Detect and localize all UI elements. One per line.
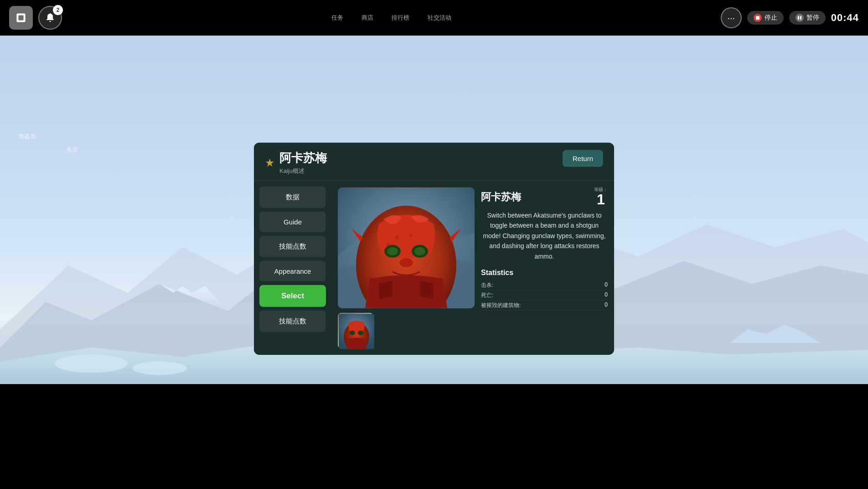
nav-item-leaderboard[interactable]: 排行榜 <box>392 14 409 22</box>
sidebar-item-select[interactable]: Select <box>259 285 326 307</box>
kaiju-name-row: 阿卡苏梅 等级： 1 <box>481 187 608 207</box>
stat-row-deaths: 死亡: 0 <box>481 291 608 301</box>
pause-button[interactable]: 暂停 <box>789 11 826 25</box>
modal-sidebar: 数据 Guide 技能点数 Appearance Select 技能点数 <box>254 181 331 355</box>
stop-icon <box>754 14 762 22</box>
nav-item-shop[interactable]: 商店 <box>362 14 373 22</box>
kaiju-thumb-svg <box>339 314 374 349</box>
svg-point-13 <box>409 234 412 237</box>
stat-value-kills: 0 <box>604 281 608 289</box>
modal-title-group: 阿卡苏梅 Kaiju概述 <box>279 150 327 175</box>
modal-title-area: ★ 阿卡苏梅 Kaiju概述 <box>265 150 327 175</box>
image-section <box>338 187 475 349</box>
svg-point-11 <box>399 258 413 267</box>
kaiju-face-svg <box>338 187 475 308</box>
game-timer: 00:44 <box>831 12 859 24</box>
svg-point-0 <box>55 354 128 373</box>
notification-badge: 2 <box>53 5 63 15</box>
stop-label: 停止 <box>765 14 777 22</box>
modal-subtitle: Kaiju概述 <box>279 167 327 175</box>
svg-point-1 <box>132 361 187 375</box>
stop-icon-square <box>756 16 760 20</box>
modal-body: 数据 Guide 技能点数 Appearance Select 技能点数 <box>254 181 614 355</box>
kaiju-description: Switch between Akatsume's gunclaws to to… <box>481 210 608 261</box>
sidebar-item-skill-points-2[interactable]: 技能点数 <box>259 311 326 332</box>
roblox-icon-button[interactable] <box>9 6 33 30</box>
svg-point-9 <box>387 247 398 255</box>
svg-point-12 <box>395 236 399 239</box>
stat-label-buildings: 被摧毁的建筑物: <box>481 302 521 309</box>
stop-button[interactable]: 停止 <box>747 11 784 25</box>
bottom-black-bar <box>0 384 868 489</box>
pause-bar-left <box>798 16 799 20</box>
stat-value-buildings: 0 <box>604 302 608 309</box>
nav-item-events[interactable]: 社交活动 <box>428 14 451 22</box>
top-right-controls: ··· 停止 暂停 00:44 <box>721 7 859 28</box>
level-badge: 等级： 1 <box>594 187 608 207</box>
stat-row-buildings: 被摧毁的建筑物: 0 <box>481 301 608 311</box>
roblox-logo-icon <box>14 10 28 25</box>
kaiju-info-section: 阿卡苏梅 等级： 1 Switch between Akatsume's gun… <box>481 187 608 349</box>
star-icon: ★ <box>265 156 275 169</box>
more-options-icon: ··· <box>727 13 735 23</box>
svg-point-14 <box>387 243 389 246</box>
svg-point-18 <box>358 331 363 335</box>
return-button[interactable]: Return <box>563 150 603 167</box>
kaiju-main-image <box>338 187 475 308</box>
pause-label: 暂停 <box>806 14 819 22</box>
statistics-section: Statistics 击杀: 0 死亡: 0 被摧毁的建筑物: 0 <box>481 269 608 311</box>
svg-point-10 <box>414 247 425 255</box>
map-label-east-beijing: 东京 <box>66 146 78 154</box>
kaiju-modal: ★ 阿卡苏梅 Kaiju概述 Return 数据 Guide 技能点数 Appe… <box>254 143 614 355</box>
map-label-pirate-island: 海盗岛 <box>18 132 36 140</box>
svg-rect-4 <box>18 15 23 20</box>
stat-label-deaths: 死亡: <box>481 291 493 299</box>
kaiju-thumbnail <box>338 313 373 349</box>
sidebar-item-appearance[interactable]: Appearance <box>259 261 326 281</box>
modal-header: ★ 阿卡苏梅 Kaiju概述 Return <box>254 143 614 181</box>
sidebar-item-skill-points[interactable]: 技能点数 <box>259 236 326 257</box>
nav-item-missions[interactable]: 任务 <box>331 14 343 22</box>
stat-value-deaths: 0 <box>604 291 608 299</box>
notification-button[interactable]: 2 <box>38 6 62 30</box>
sidebar-item-data[interactable]: 数据 <box>259 187 326 208</box>
top-nav: 任务 商店 排行榜 社交活动 <box>331 14 451 22</box>
statistics-title: Statistics <box>481 269 608 277</box>
stat-label-kills: 击杀: <box>481 281 493 289</box>
modal-main-content: 阿卡苏梅 等级： 1 Switch between Akatsume's gun… <box>331 181 614 355</box>
pause-icon <box>796 14 804 22</box>
kaiju-name-text: 阿卡苏梅 <box>481 190 521 204</box>
pause-bar-right <box>800 16 801 20</box>
modal-title: 阿卡苏梅 <box>279 150 327 166</box>
level-number: 1 <box>597 192 605 207</box>
sidebar-item-guide[interactable]: Guide <box>259 212 326 232</box>
more-options-button[interactable]: ··· <box>721 7 742 28</box>
top-left-controls: 2 <box>9 6 62 30</box>
notification-icon <box>45 12 56 23</box>
stat-row-kills: 击杀: 0 <box>481 281 608 291</box>
top-ui-bar: 2 任务 商店 排行榜 社交活动 ··· 停止 暂停 00:44 <box>0 0 868 36</box>
svg-point-17 <box>350 331 355 335</box>
